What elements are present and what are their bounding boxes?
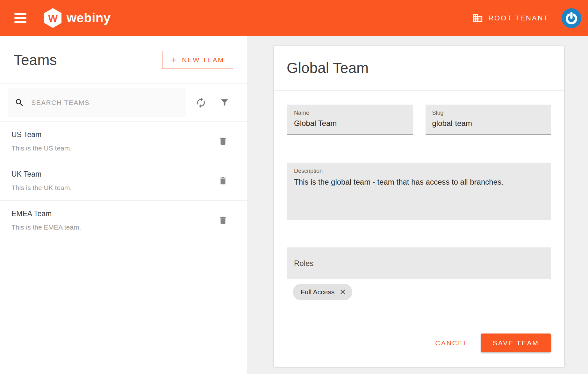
team-row-texts: US Team This is the US team. [11, 130, 72, 152]
team-row-texts: UK Team This is the UK team. [11, 170, 72, 192]
name-field[interactable]: Name [287, 105, 413, 135]
form-footer: CANCEL SAVE TEAM [274, 319, 564, 367]
team-row-uk[interactable]: UK Team This is the UK team. [0, 161, 247, 201]
top-bar: W webiny ROOT TENANT [0, 0, 588, 36]
team-row-texts: EMEA Team This is the EMEA team. [11, 209, 81, 231]
content-area: Global Team Name Slug Description This i… [247, 36, 588, 374]
description-input[interactable]: This is the global team - team that has … [294, 178, 544, 213]
search-input[interactable] [31, 99, 179, 106]
webiny-logo[interactable]: W webiny [44, 8, 111, 28]
team-list: US Team This is the US team. UK Team Thi… [0, 121, 247, 240]
brand-wordmark: webiny [67, 11, 111, 25]
name-field-label: Name [294, 110, 406, 116]
form-title: Global Team [287, 59, 369, 77]
team-description: This is the UK team. [11, 184, 72, 192]
team-description: This is the EMEA team. [11, 224, 81, 231]
slug-field-label: Slug [432, 110, 544, 116]
save-team-button[interactable]: SAVE TEAM [481, 334, 551, 352]
description-field-label: Description [294, 168, 544, 174]
hamburger-menu-icon[interactable] [14, 13, 26, 23]
teams-panel-header: Teams + NEW TEAM [0, 36, 247, 84]
page-title: Teams [14, 51, 57, 69]
team-name: US Team [11, 130, 72, 139]
team-name: UK Team [11, 170, 72, 179]
team-row-emea[interactable]: EMEA Team This is the EMEA team. [0, 201, 247, 240]
search-toolbar [0, 84, 247, 121]
name-input[interactable] [294, 119, 406, 128]
tenant-selector[interactable]: ROOT TENANT [472, 13, 549, 24]
form-body: Name Slug Description This is the global… [274, 105, 564, 300]
user-avatar[interactable] [562, 8, 581, 28]
form-header: Global Team [274, 46, 564, 91]
tenant-label: ROOT TENANT [488, 14, 549, 22]
plus-icon: + [171, 55, 177, 65]
search-box [8, 88, 186, 117]
app-root: W webiny ROOT TENANT Teams + NEW TEAM [0, 0, 588, 374]
building-icon [472, 13, 483, 24]
filter-button[interactable] [219, 98, 230, 108]
close-icon: ✕ [340, 288, 346, 296]
teams-list-panel: Teams + NEW TEAM [0, 36, 247, 374]
team-form-card: Global Team Name Slug Description This i… [274, 46, 564, 367]
name-slug-row: Name Slug [287, 105, 551, 135]
slug-input[interactable] [432, 119, 544, 128]
refresh-icon [195, 97, 207, 108]
team-name: EMEA Team [11, 209, 81, 218]
filter-icon [219, 98, 230, 108]
trash-icon [218, 136, 228, 147]
delete-team-button[interactable] [218, 136, 228, 147]
team-row-us[interactable]: US Team This is the US team. [0, 121, 247, 161]
webiny-hexagon-icon: W [44, 8, 61, 28]
roles-field-label: Roles [294, 259, 313, 268]
roles-field[interactable]: Roles [287, 247, 551, 279]
cancel-button[interactable]: CANCEL [432, 339, 472, 347]
logo-letter: W [48, 13, 58, 23]
description-field[interactable]: Description This is the global team - te… [287, 163, 551, 220]
team-description: This is the US team. [11, 144, 72, 152]
trash-icon [218, 215, 228, 226]
trash-icon [218, 175, 228, 186]
gravatar-power-icon [565, 12, 578, 25]
remove-role-button[interactable]: ✕ [340, 288, 346, 296]
search-icon [15, 98, 24, 107]
new-team-button[interactable]: + NEW TEAM [162, 51, 233, 69]
role-chip-full-access[interactable]: Full Access ✕ [293, 284, 352, 300]
slug-field[interactable]: Slug [426, 105, 551, 135]
refresh-button[interactable] [195, 97, 207, 108]
delete-team-button[interactable] [218, 175, 228, 186]
delete-team-button[interactable] [218, 215, 228, 226]
role-chip-label: Full Access [301, 288, 334, 296]
new-team-button-label: NEW TEAM [182, 56, 224, 64]
